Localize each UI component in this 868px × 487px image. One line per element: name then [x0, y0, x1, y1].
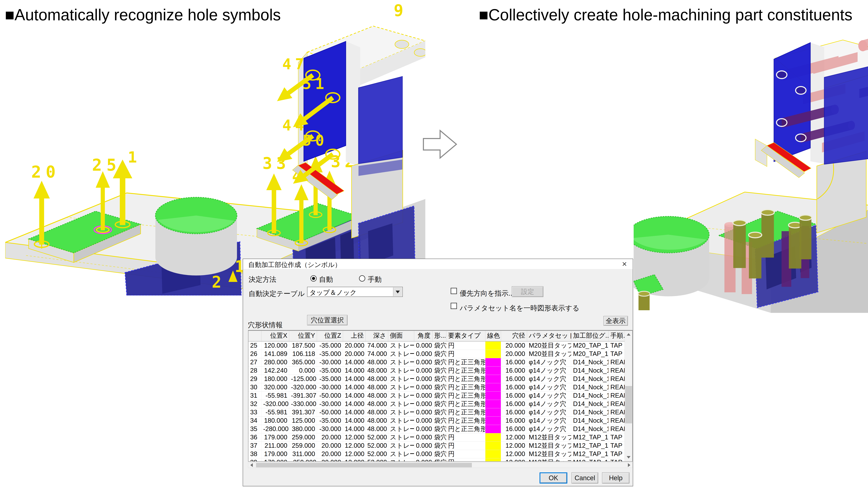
- hole-ring: [796, 87, 806, 94]
- table-cell: 20.000: [501, 350, 527, 358]
- table-row[interactable]: 31-55.981-391.307-50.00014.00048.000ストレー…: [248, 392, 632, 400]
- table-cell: 12.000: [501, 450, 527, 458]
- table-row[interactable]: 30320.000-320.000-30.00014.00048.000ストレー…: [248, 383, 632, 392]
- table-row[interactable]: 27280.000365.000-30.00014.00048.000ストレート…: [248, 358, 632, 367]
- table-cell: φ14ノック穴: [527, 383, 571, 392]
- horizontal-scrollbar[interactable]: [248, 462, 632, 468]
- table-cell: 280.000: [261, 358, 289, 366]
- column-header[interactable]: 側面: [388, 331, 414, 341]
- table-cell: 179.000: [261, 433, 289, 441]
- ok-button[interactable]: OK: [539, 472, 567, 484]
- right-cad-view: [633, 0, 868, 313]
- horizontal-scroll-thumb[interactable]: [256, 463, 472, 467]
- line-color-cell: [485, 342, 501, 350]
- column-header[interactable]: 角度: [414, 331, 432, 341]
- arrow-number: 2: [212, 273, 221, 291]
- table-row[interactable]: 25120.000187.500-35.00020.00074.000ストレート…: [248, 342, 632, 350]
- column-header[interactable]: 線色: [485, 331, 501, 341]
- paramset-display-checkbox[interactable]: [451, 303, 457, 309]
- table-row[interactable]: 37211.000259.00020.00012.00052.000ストレート0…: [248, 441, 632, 450]
- table-cell: 16.000: [501, 392, 527, 400]
- scroll-right-icon[interactable]: [628, 463, 630, 467]
- table-cell: 袋穴: [432, 425, 446, 433]
- vertical-scrollbar[interactable]: [625, 331, 632, 461]
- table-cell: 0.000: [414, 425, 432, 433]
- table-cell: D14_Nock_1: [571, 417, 609, 425]
- priority-direction-label[interactable]: 優先方向を指示...: [460, 288, 514, 298]
- dialog-auto-machining-part-creation: 自動加工部位作成（シンボル） × 決定方法 自動 手動 自動決定テーブル タップ…: [243, 259, 633, 486]
- table-cell: -55.981: [261, 392, 289, 400]
- table-cell: 52.000: [366, 450, 388, 458]
- cancel-button[interactable]: Cancel: [571, 472, 598, 484]
- table-cell: 16.000: [501, 367, 527, 375]
- table-cell: M12_TAP_1: [571, 458, 609, 462]
- hole-shape-info-label: 穴形状情報: [248, 320, 283, 330]
- table-cell: 120.000: [261, 342, 289, 350]
- radio-manual-label[interactable]: 手動: [368, 275, 381, 284]
- table-cell: 0.000: [414, 441, 432, 450]
- table-cell: 48.000: [366, 392, 388, 400]
- line-color-swatch: [485, 392, 501, 400]
- table-cell: φ14ノック穴: [527, 375, 571, 383]
- table-row[interactable]: 32-320.000-330.000-30.00014.00048.000ストレ…: [248, 400, 632, 408]
- olive-cylinder-top: [733, 220, 746, 226]
- hole-position-select-button[interactable]: 穴位置選択: [307, 315, 347, 325]
- table-row[interactable]: 34180.000125.000-35.00014.00048.000ストレート…: [248, 417, 632, 425]
- radio-manual[interactable]: [359, 275, 365, 282]
- table-cell: 259.000: [289, 433, 317, 441]
- column-header[interactable]: 深さ: [366, 331, 388, 341]
- help-button[interactable]: Help: [602, 472, 629, 484]
- settings-button[interactable]: 設定: [512, 286, 544, 297]
- auto-table-dropdown[interactable]: タップ＆ノック: [307, 287, 403, 297]
- olive-cylinder-top: [799, 215, 812, 220]
- scroll-down-button[interactable]: [625, 454, 632, 461]
- table-cell: TAP: [609, 350, 625, 358]
- table-cell: ストレート: [388, 408, 414, 417]
- table-cell: 31: [248, 392, 261, 400]
- table-row[interactable]: 29180.000-125.000-35.00014.00048.000ストレー…: [248, 375, 632, 383]
- table-cell: D14_Nock_1: [571, 400, 609, 408]
- scroll-up-button[interactable]: [625, 331, 632, 338]
- radio-auto[interactable]: [310, 275, 317, 282]
- priority-direction-checkbox[interactable]: [451, 288, 457, 294]
- column-header[interactable]: 形...: [432, 331, 446, 341]
- line-color-cell: [485, 450, 501, 458]
- radio-auto-label[interactable]: 自動: [319, 275, 333, 284]
- table-cell: 48.000: [366, 383, 388, 392]
- table-row[interactable]: 33-55.981391.307-50.00014.00048.000ストレート…: [248, 408, 632, 417]
- column-header[interactable]: 加工部位グ...: [571, 331, 609, 341]
- column-header[interactable]: 位置X: [261, 331, 289, 341]
- column-header[interactable]: 穴径: [501, 331, 527, 341]
- scroll-left-icon[interactable]: [250, 463, 253, 467]
- table-cell: 円: [446, 342, 485, 350]
- column-header[interactable]: 上径: [343, 331, 366, 341]
- column-header[interactable]: パラメタセット: [527, 331, 571, 341]
- column-header[interactable]: 要素タイプ: [446, 331, 485, 341]
- show-all-button[interactable]: 全表示: [603, 316, 628, 326]
- table-cell: D14_Nock_1: [571, 358, 609, 366]
- table-cell: 48.000: [366, 425, 388, 433]
- dialog-titlebar[interactable]: 自動加工部位作成（シンボル） ×: [243, 259, 633, 269]
- table-row[interactable]: 35-280.000380.000-30.00014.00048.000ストレー…: [248, 425, 632, 433]
- table-row[interactable]: 26141.089106.118-35.00020.00074.000ストレート…: [248, 350, 632, 358]
- table-row[interactable]: 36179.000259.00020.00012.00052.000ストレート0…: [248, 433, 632, 441]
- column-header[interactable]: 位置Z: [317, 331, 343, 341]
- table-row[interactable]: 28142.2400.000-35.00014.00048.000ストレート0.…: [248, 367, 632, 375]
- table-row[interactable]: 38179.000311.00020.00012.00052.000ストレート0…: [248, 450, 632, 458]
- column-header[interactable]: 手順...: [609, 331, 625, 341]
- transition-arrow-icon: [422, 128, 459, 161]
- paramset-display-label[interactable]: パラメタセット名を一時図形表示する: [460, 303, 579, 313]
- close-icon[interactable]: ×: [622, 259, 627, 269]
- table-cell: φ14ノック穴: [527, 408, 571, 417]
- vertical-scroll-thumb[interactable]: [625, 386, 632, 423]
- column-header[interactable]: [248, 331, 261, 341]
- table-cell: ストレート: [388, 342, 414, 350]
- table-cell: 0.000: [414, 408, 432, 417]
- table-cell: 円: [446, 350, 485, 358]
- table-cell: 14.000: [343, 358, 366, 366]
- dropdown-button[interactable]: [393, 287, 402, 296]
- table-cell: 袋穴: [432, 375, 446, 383]
- pink-rod-cap: [858, 40, 867, 51]
- table-row[interactable]: 39179.000-259.00020.00012.00052.000ストレート…: [248, 458, 632, 462]
- column-header[interactable]: 位置Y: [289, 331, 317, 341]
